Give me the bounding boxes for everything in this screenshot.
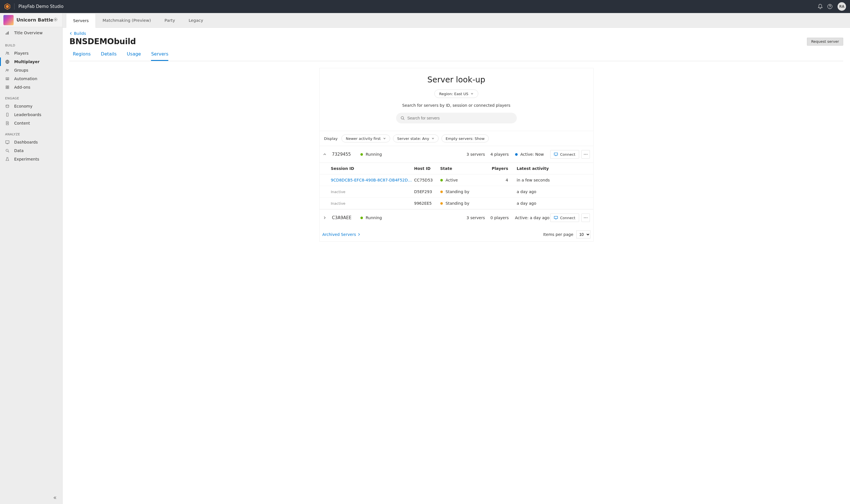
session-link[interactable]: 9CD8DCB5-EFC8-490B-8C87-DB4F52DBF9...	[331, 178, 414, 182]
subtab-details[interactable]: Details	[101, 51, 117, 61]
tab-matchmaking[interactable]: Matchmaking (Preview)	[96, 13, 158, 28]
panel-footer: Archived Servers Items per page 10	[319, 226, 593, 241]
svg-rect-21	[6, 141, 9, 143]
nav-addons[interactable]: Add-ons	[0, 83, 62, 91]
request-server-button[interactable]: Request server	[807, 38, 843, 46]
region-selector[interactable]: Region: East US	[434, 89, 478, 98]
leaderboards-icon	[5, 112, 10, 117]
breadcrumb[interactable]: Builds	[69, 31, 843, 36]
session-inactive: Inactive	[331, 190, 414, 194]
server-count: 3 servers	[463, 215, 485, 220]
nav-multiplayer[interactable]: Multiplayer	[0, 57, 62, 66]
svg-point-23	[401, 116, 403, 119]
nav-section-analyze: ANALYZE	[0, 127, 62, 138]
row-latest: a day ago	[508, 190, 590, 194]
svg-point-30	[585, 217, 586, 218]
svg-point-31	[587, 217, 587, 218]
gear-icon[interactable]	[53, 17, 59, 23]
filter-empty[interactable]: Empty servers: Show	[441, 134, 489, 142]
groups-icon	[5, 68, 10, 72]
svg-point-11	[6, 69, 7, 70]
studio-name: PlayFab Demo Studio	[18, 4, 64, 9]
nav-leaderboards[interactable]: Leaderboards	[0, 110, 62, 119]
title-icon	[3, 15, 14, 25]
avatar[interactable]: RA	[837, 2, 846, 11]
nav-label: Content	[14, 121, 30, 125]
search-input[interactable]	[407, 116, 512, 120]
host-id: D5EF293	[414, 190, 440, 194]
table-row: Inactive 9962EE5 Standing by a day ago	[319, 198, 593, 209]
addons-icon	[5, 85, 10, 89]
data-icon	[5, 148, 10, 153]
top-tabs: Servers Matchmaking (Preview) Party Lega…	[63, 13, 850, 28]
players-icon	[5, 51, 10, 55]
nav-section-build: BUILD	[0, 38, 62, 49]
automation-icon	[5, 76, 10, 81]
nav-experiments[interactable]: Experiments	[0, 155, 62, 163]
notifications-icon[interactable]	[815, 2, 825, 11]
svg-point-4	[55, 19, 56, 20]
display-label: Display	[324, 137, 338, 141]
multiplayer-icon	[5, 59, 10, 64]
archived-servers-link[interactable]: Archived Servers	[323, 232, 361, 237]
nav-label: Groups	[14, 68, 28, 72]
monitor-icon	[554, 216, 558, 219]
search-input-wrap	[396, 113, 517, 123]
subtab-servers[interactable]: Servers	[151, 51, 168, 61]
row-players: 4	[487, 178, 508, 182]
nav-players[interactable]: Players	[0, 49, 62, 57]
subtab-regions[interactable]: Regions	[73, 51, 91, 61]
nav-economy[interactable]: Economy	[0, 102, 62, 110]
col-latest: Latest activity	[508, 166, 590, 171]
lookup-hint: Search for servers by ID, session or con…	[319, 103, 593, 108]
host-id: 9962EE5	[414, 201, 440, 205]
monitor-icon	[554, 152, 558, 156]
sidebar: Unicorn Battle Title Overview BUILD Play…	[0, 13, 63, 504]
vm-id: 7329455	[332, 152, 360, 157]
more-button[interactable]	[582, 214, 590, 222]
svg-point-3	[830, 8, 830, 8]
svg-rect-14	[7, 78, 8, 79]
content-icon	[5, 121, 10, 125]
svg-point-22	[6, 149, 8, 151]
nav-dashboards[interactable]: Dashboards	[0, 138, 62, 146]
nav-automation[interactable]: Automation	[0, 74, 62, 83]
nav-label: Leaderboards	[14, 112, 41, 117]
table-header: Session ID Host ID State Players Latest …	[319, 163, 593, 175]
filter-sort[interactable]: Newer activity first	[342, 134, 390, 142]
collapse-sidebar-icon[interactable]	[52, 494, 58, 501]
page-title: BNSDEMObuild	[69, 37, 807, 46]
connect-button[interactable]: Connect	[550, 150, 579, 159]
filter-state[interactable]: Server state: Any	[393, 134, 439, 142]
nav-label: Experiments	[14, 157, 39, 161]
nav-title-overview[interactable]: Title Overview	[0, 27, 62, 38]
chevron-down-icon	[432, 137, 434, 140]
svg-rect-6	[7, 32, 8, 35]
col-host: Host ID	[414, 166, 440, 171]
nav-section-engage: ENGAGE	[0, 91, 62, 102]
more-button[interactable]	[582, 150, 590, 159]
tab-party[interactable]: Party	[158, 13, 182, 28]
nav-content[interactable]: Content	[0, 119, 62, 127]
ellipsis-icon	[584, 154, 588, 155]
items-per-page-select[interactable]: 10	[576, 231, 590, 238]
col-players: Players	[487, 166, 508, 171]
table-row: Inactive D5EF293 Standing by a day ago	[319, 186, 593, 198]
server-lookup-panel: Server look-up Region: East US Search fo…	[319, 68, 594, 241]
help-icon[interactable]	[825, 2, 835, 11]
tab-servers[interactable]: Servers	[66, 13, 96, 28]
expand-toggle[interactable]	[323, 152, 329, 156]
player-count: 0 players	[485, 215, 509, 220]
svg-rect-20	[6, 113, 8, 116]
nav-groups[interactable]: Groups	[0, 66, 62, 74]
subtab-usage[interactable]: Usage	[127, 51, 141, 61]
playfab-logo-icon	[4, 3, 11, 10]
tab-legacy[interactable]: Legacy	[182, 13, 210, 28]
chevron-right-icon	[358, 233, 360, 236]
ellipsis-icon	[584, 217, 588, 218]
nav-label: Dashboards	[14, 140, 38, 144]
connect-button[interactable]: Connect	[550, 214, 579, 222]
nav-data[interactable]: Data	[0, 146, 62, 155]
chevron-up-icon	[323, 152, 326, 156]
expand-toggle[interactable]	[323, 216, 329, 219]
